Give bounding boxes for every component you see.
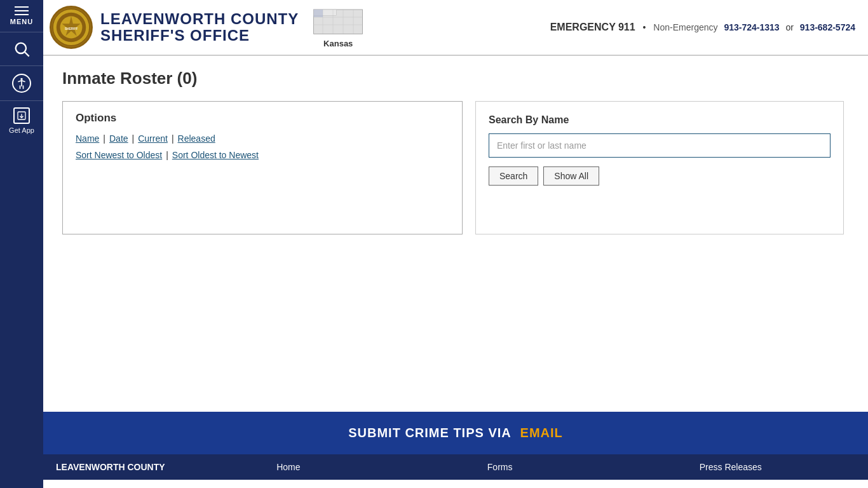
search-panel: Search By Name Search Show All [475,101,844,234]
search-button[interactable]: Search [489,166,538,186]
svg-point-0 [16,43,26,53]
non-emergency-label: Non-Emergency [653,22,717,32]
get-app-button[interactable]: Get App [0,100,43,140]
getapp-label: Get App [9,126,34,134]
search-by-name-title: Search By Name [489,114,831,126]
menu-button[interactable]: MENU [0,0,43,32]
sidebar-search-button[interactable] [0,32,43,65]
badge-svg: SHERIFF [51,7,91,48]
email-link[interactable]: EMAIL [520,426,563,440]
accessibility-button[interactable] [0,65,43,100]
search-icon [13,40,31,58]
emergency-text: EMERGENCY 911 [550,22,635,32]
filter-link-name[interactable]: Name [76,133,99,144]
filter-link-date[interactable]: Date [109,133,128,144]
header: SHERIFF LEAVENWORTH COUNTY SHERIFF'S OFF… [43,0,868,56]
footer-nav-press-releases[interactable]: Press Releases [700,462,762,472]
non-emergency-number: 913-724-1313 [724,22,779,32]
crime-tips-text: SUBMIT CRIME TIPS VIA [348,426,511,440]
search-input[interactable] [489,133,831,158]
menu-label: MENU [10,18,33,25]
sidebar: MENU Get App [0,0,43,488]
footer-nav-forms[interactable]: Forms [487,462,513,472]
svg-line-1 [25,52,29,56]
hamburger-icon [15,6,29,15]
page-title: Inmate Roster (0) [62,69,849,88]
svg-text:SHERIFF: SHERIFF [65,27,78,30]
header-title-line1: LEAVENWORTH COUNTY [100,11,299,27]
show-all-button[interactable]: Show All [543,166,599,186]
kansas-map-block: Kansas [313,7,363,48]
accessibility-icon [12,74,31,93]
header-left: SHERIFF LEAVENWORTH COUNTY SHERIFF'S OFF… [50,6,363,49]
filter-link-released[interactable]: Released [178,133,215,144]
sort-links-row: Sort Newest to Oldest | Sort Oldest to N… [76,150,449,160]
getapp-icon [13,107,30,124]
separator-2: | [132,133,135,144]
kansas-map-svg [313,7,363,37]
footer-nav: Home Forms Press Releases [183,462,855,472]
second-number: 913-682-5724 [800,22,855,32]
header-title: LEAVENWORTH COUNTY SHERIFF'S OFFICE [100,11,299,44]
sort-oldest-link[interactable]: Sort Oldest to Newest [172,150,259,160]
svg-rect-18 [314,10,323,17]
content-area: Options Name | Date | Current | Released… [62,101,849,234]
header-right: EMERGENCY 911 • Non-Emergency 913-724-13… [550,22,855,33]
or-text: or [785,22,793,32]
separator-3: | [172,133,174,144]
filter-link-current[interactable]: Current [138,133,168,144]
footer-crime-tips: SUBMIT CRIME TIPS VIA EMAIL [56,426,855,440]
sheriff-badge: SHERIFF [50,6,93,49]
header-title-line2: SHERIFF'S OFFICE [100,27,299,44]
footer-links-bar: LEAVENWORTH COUNTY Home Forms Press Rele… [43,454,868,480]
options-title: Options [76,112,449,125]
sort-newest-link[interactable]: Sort Newest to Oldest [76,150,162,160]
separator-1: | [103,133,105,144]
footer-county-name: LEAVENWORTH COUNTY [56,462,183,472]
kansas-label: Kansas [323,39,353,48]
options-box: Options Name | Date | Current | Released… [62,101,463,234]
header-separator: • [643,22,646,32]
sort-separator: | [166,150,168,160]
filter-links-row: Name | Date | Current | Released [76,133,449,144]
svg-point-2 [20,78,22,80]
footer-blue: SUBMIT CRIME TIPS VIA EMAIL [43,412,868,454]
main-content: Inmate Roster (0) Options Name | Date | … [43,56,868,412]
search-buttons: Search Show All [489,166,831,186]
footer-nav-home[interactable]: Home [276,462,300,472]
